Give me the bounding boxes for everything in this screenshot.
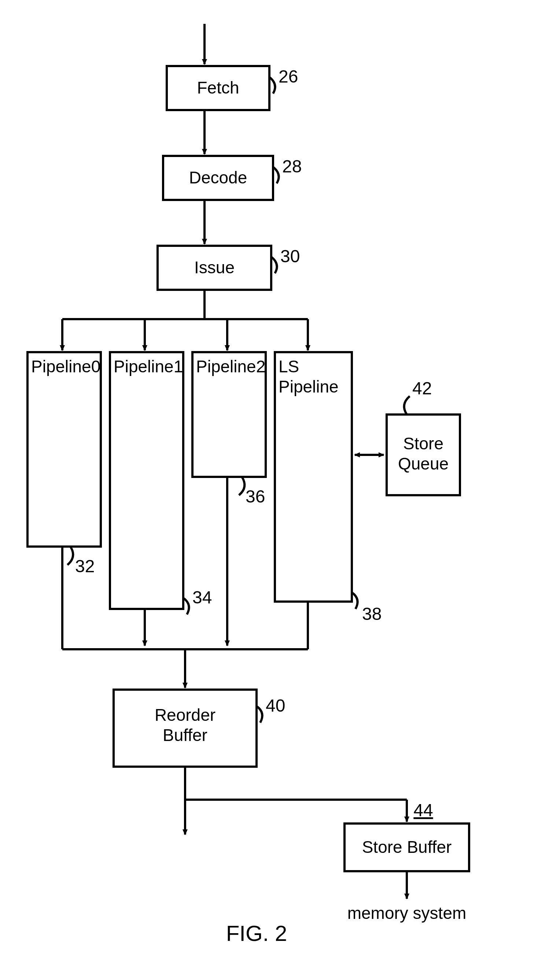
rob-label2: Buffer — [163, 726, 207, 745]
pipeline2-label: Pipeline2 — [196, 357, 265, 376]
pipeline1-block — [110, 352, 183, 609]
issue-label: Issue — [194, 258, 235, 277]
ls-label1: LS — [278, 357, 299, 376]
pipeline0-block — [28, 352, 101, 546]
fetch-ref: 26 — [278, 67, 298, 86]
pipeline1-label: Pipeline1 — [114, 357, 183, 376]
ls-ref: 38 — [362, 604, 382, 624]
issue-ref: 30 — [280, 247, 300, 266]
rob-label1: Reorder — [155, 705, 215, 725]
p2-ref-connector — [239, 477, 244, 495]
sq-ref: 42 — [412, 379, 432, 398]
sb-label: Store Buffer — [362, 837, 452, 857]
fetch-label: Fetch — [197, 78, 239, 97]
pipeline0-ref: 32 — [75, 556, 94, 576]
figure-label: FIG. 2 — [226, 921, 287, 946]
sq-label1: Store — [403, 434, 444, 453]
ls-label2: Pipeline — [278, 377, 339, 396]
memory-system-label: memory system — [347, 903, 467, 922]
sq-ref-connector — [404, 396, 410, 414]
pipeline1-ref: 34 — [192, 588, 212, 607]
decode-ref: 28 — [282, 157, 302, 176]
sb-ref: 44 — [413, 800, 433, 820]
pipeline2-ref: 36 — [246, 487, 265, 506]
pipeline0-label: Pipeline0 — [31, 357, 101, 376]
decode-label: Decode — [189, 168, 248, 187]
sq-label2: Queue — [398, 454, 449, 473]
diagram-canvas: Fetch 26 Decode 28 Issue 30 Pipeline0 32… — [0, 0, 560, 953]
p0-ref-connector — [67, 546, 73, 565]
rob-ref: 40 — [266, 696, 285, 715]
